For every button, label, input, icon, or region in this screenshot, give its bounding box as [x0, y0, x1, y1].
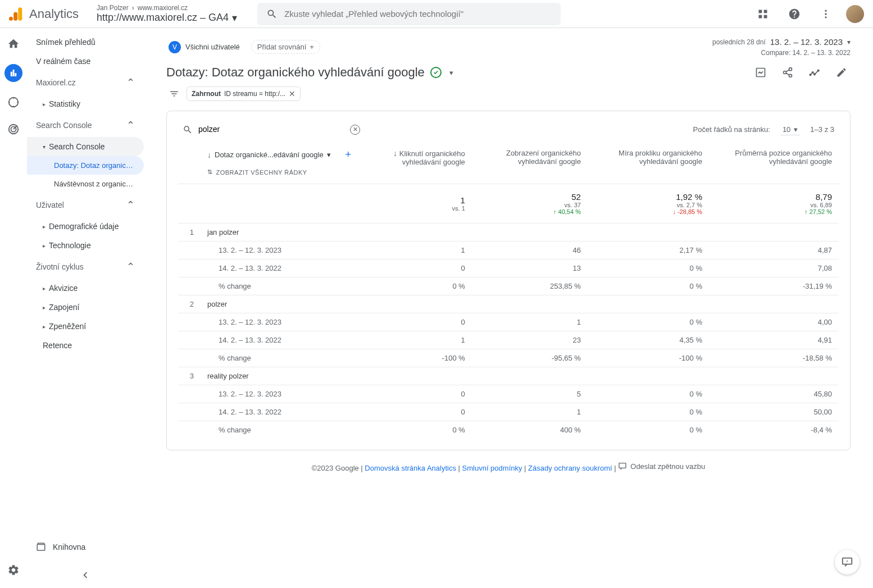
chevron-up-icon: ⌃ [126, 119, 135, 131]
sidebar-statistiky[interactable]: Statistiky [27, 94, 144, 113]
edit-icon[interactable] [833, 63, 851, 81]
svg-point-7 [825, 10, 826, 11]
table-row[interactable]: 1jan polzer [178, 224, 839, 241]
col-impressions[interactable]: Zobrazení organického vyhledávání google [472, 145, 588, 184]
insights-icon[interactable] [806, 63, 824, 81]
sidebar-organic-traffic[interactable]: Návštěvnost z organického... [27, 175, 144, 193]
footer-feedback-link[interactable]: Odeslat zpětnou vazbu [618, 462, 705, 471]
reports-icon[interactable] [4, 64, 22, 82]
feedback-fab[interactable] [835, 550, 860, 575]
search-icon [266, 8, 278, 20]
sidebar-queries[interactable]: Dotazy: Dotaz organického... [27, 156, 144, 175]
sidebar-collapse-button[interactable] [27, 569, 144, 581]
svg-rect-13 [37, 545, 45, 551]
sidebar-section-maxiorel[interactable]: Maxiorel.cz ⌃ [27, 71, 144, 94]
sidebar-section-search-console[interactable]: Search Console ⌃ [27, 113, 144, 137]
rows-per-page-label: Počet řádků na stránku: [693, 125, 770, 134]
svg-rect-3 [759, 10, 762, 13]
add-dimension-button[interactable]: + [345, 149, 351, 161]
sidebar-library[interactable]: Knihovna [27, 536, 144, 558]
svg-point-19 [812, 72, 813, 74]
page-title: Dotazy: Dotaz organického vyhledávání go… [166, 65, 425, 80]
svg-point-18 [810, 74, 811, 76]
footer-terms-link[interactable]: Smluvní podmínky [462, 464, 522, 472]
footer-home-link[interactable]: Domovská stránka Analytics [365, 464, 456, 472]
breadcrumb[interactable]: Jan Polzer › www.maxiorel.cz http://www.… [97, 4, 237, 24]
search-input[interactable] [284, 9, 552, 19]
close-icon[interactable]: ✕ [289, 89, 295, 98]
apps-icon[interactable] [752, 3, 774, 25]
advertising-icon[interactable] [7, 122, 20, 136]
sidebar-realtime[interactable]: V reálném čase [27, 52, 144, 71]
col-ctr[interactable]: Míra prokliku organického vyhledávání go… [588, 145, 709, 184]
footer-privacy-link[interactable]: Zásady ochrany soukromí [528, 464, 612, 472]
sidebar-search-console[interactable]: Search Console [27, 137, 144, 156]
table-row[interactable]: 3reality polzer [178, 367, 839, 385]
share-icon[interactable] [779, 63, 797, 81]
rows-per-page-select[interactable]: 10 ▾ [780, 124, 800, 135]
table-row[interactable]: 2polzer [178, 295, 839, 313]
filter-icon[interactable] [166, 86, 182, 102]
explore-icon[interactable] [7, 95, 20, 109]
library-icon [36, 542, 46, 552]
more-vert-icon[interactable] [815, 3, 837, 25]
svg-point-2 [9, 16, 13, 20]
svg-rect-1 [13, 12, 17, 20]
analytics-logo-icon [9, 6, 25, 22]
verified-icon [430, 67, 442, 78]
summary-row: 1vs. 1 52vs. 3740,54 % 1,92 %vs. 2,7 %-2… [178, 184, 839, 224]
table-subrow-previous: 14. 2. – 13. 3. 2022010 %50,00 [178, 403, 839, 421]
logo-block[interactable]: Analytics [9, 6, 79, 22]
segment-label: Všichni uživatelé [185, 43, 240, 51]
svg-point-8 [825, 13, 826, 15]
chevron-up-icon: ⌃ [126, 76, 135, 89]
expand-icon: ⇅ [207, 168, 213, 176]
search-box[interactable] [257, 3, 561, 25]
date-range-picker[interactable]: posledních 28 dní 13. 2. – 12. 3. 2023 ▾… [712, 37, 851, 57]
sidebar-technology[interactable]: Technologie [27, 236, 144, 255]
help-icon[interactable] [783, 3, 806, 25]
title-dropdown[interactable]: ▾ [447, 66, 456, 79]
table-subrow-current: 13. 2. – 12. 3. 20231462,17 %4,87 [178, 241, 839, 259]
svg-rect-6 [764, 15, 767, 18]
arrow-down-icon: ↓ [393, 149, 397, 158]
home-icon[interactable] [7, 37, 20, 51]
property-name: http://www.maxiorel.cz – GA4 [97, 12, 229, 24]
col-clicks[interactable]: ↓ Kliknutí organického vyhledávání googl… [358, 145, 472, 184]
breadcrumb-site: www.maxiorel.cz [138, 4, 188, 12]
sidebar-acquisition[interactable]: Akvizice [27, 279, 144, 298]
svg-point-10 [8, 98, 18, 107]
sidebar-section-user[interactable]: Uživatel ⌃ [27, 193, 144, 217]
dimension-header[interactable]: ↓ Dotaz organické...edávání google ▾ + [207, 149, 351, 164]
add-comparison-button[interactable]: Přidat srovnání + [251, 40, 320, 54]
main-content: V Všichni uživatelé Přidat srovnání + po… [144, 28, 873, 588]
sidebar-demographics[interactable]: Demografické údaje [27, 217, 144, 236]
table-subrow-change: % change0 %400 %0 %-8,4 % [178, 421, 839, 439]
table-subrow-current: 13. 2. – 12. 3. 2023050 %45,80 [178, 385, 839, 403]
sidebar-retention[interactable]: Retence [27, 336, 144, 355]
svg-rect-4 [764, 10, 767, 13]
sidebar-monetization[interactable]: Zpeněžení [27, 317, 144, 336]
svg-point-16 [784, 71, 786, 74]
sidebar-section-lifecycle[interactable]: Životní cyklus ⌃ [27, 255, 144, 279]
sidebar-engagement[interactable]: Zapojení [27, 298, 144, 317]
svg-rect-22 [619, 463, 626, 468]
chevron-up-icon: ⌃ [126, 199, 135, 211]
show-all-rows-button[interactable]: ⇅ ZOBRAZIT VŠECHNY ŘÁDKY [207, 164, 351, 176]
search-icon [183, 125, 193, 135]
table-subrow-previous: 14. 2. – 13. 3. 20221234,35 %4,91 [178, 331, 839, 349]
settings-icon[interactable] [7, 563, 20, 577]
col-position[interactable]: Průměrná pozice organického vyhledávání … [709, 145, 839, 184]
avatar[interactable] [846, 5, 864, 23]
chevron-down-icon: ▾ [327, 151, 331, 159]
clear-search-icon[interactable]: ✕ [350, 125, 360, 135]
filter-chip[interactable]: Zahrnout ID streamu = http:/... ✕ [187, 86, 301, 101]
svg-rect-0 [18, 7, 22, 20]
sidebar-snapshot[interactable]: Snímek přehledů [27, 33, 144, 52]
svg-point-15 [789, 68, 792, 71]
table-subrow-change: % change0 %253,85 %0 %-31,19 % [178, 277, 839, 295]
table-search[interactable]: ✕ [183, 122, 360, 136]
customize-icon[interactable] [752, 63, 770, 81]
table-search-input[interactable] [198, 122, 344, 136]
segment-chip[interactable]: V Všichni uživatelé [166, 39, 247, 56]
